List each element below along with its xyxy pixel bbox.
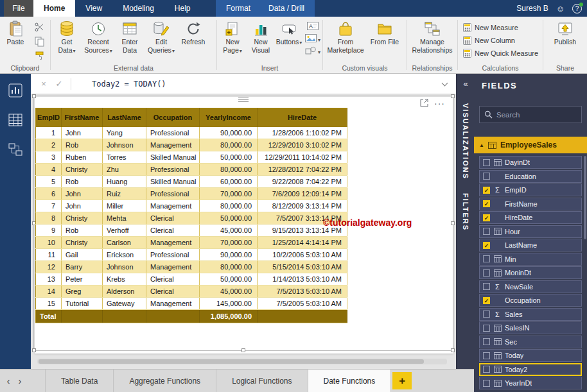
- publish-button[interactable]: Publish: [547, 17, 583, 46]
- horizontal-scrollbar[interactable]: [37, 359, 447, 364]
- report-view-button[interactable]: [6, 81, 24, 99]
- commit-formula-icon[interactable]: ✓: [51, 79, 67, 89]
- tab-modeling[interactable]: Modeling: [112, 0, 164, 17]
- user-name[interactable]: Suresh B: [516, 4, 548, 13]
- field-checkbox[interactable]: ✓: [483, 214, 490, 221]
- field-item-today2[interactable]: Today2: [479, 363, 582, 376]
- page-tab-aggregate-functions[interactable]: Aggregate Functions: [114, 370, 216, 392]
- field-checkbox[interactable]: ✓: [483, 187, 490, 194]
- resize-handle[interactable]: [32, 348, 36, 352]
- paste-button[interactable]: Paste: [1, 17, 30, 46]
- refresh-button[interactable]: Refresh: [178, 17, 209, 46]
- tab-data-drill[interactable]: Data / Drill: [268, 4, 304, 13]
- field-checkbox[interactable]: [483, 269, 490, 277]
- new-page-tab-button[interactable]: +: [392, 372, 412, 389]
- field-item-firstname[interactable]: ✓FirstName: [479, 198, 582, 210]
- image-button[interactable]: [304, 33, 321, 43]
- collapse-triangle-icon[interactable]: ▲: [479, 142, 484, 148]
- field-checkbox[interactable]: [483, 173, 490, 180]
- column-header[interactable]: LastName: [103, 108, 146, 127]
- fields-table-employeesales[interactable]: ▲ EmployeeSales: [474, 137, 587, 153]
- field-checkbox[interactable]: [483, 325, 490, 332]
- model-view-button[interactable]: [6, 141, 24, 158]
- new-quick-measure-button[interactable]: New Quick Measure: [458, 47, 543, 60]
- resize-handle[interactable]: [32, 94, 36, 98]
- prev-page-arrow-icon[interactable]: ‹: [3, 375, 14, 386]
- table-row[interactable]: 12BarryJohnsonManagement80,000.005/15/20…: [36, 261, 347, 273]
- field-checkbox[interactable]: ✓: [483, 200, 490, 207]
- field-item-empid[interactable]: ✓ΣEmpID: [479, 183, 582, 196]
- buttons-button[interactable]: Buttons: [275, 17, 303, 46]
- field-checkbox[interactable]: ✓: [483, 297, 490, 304]
- table-row[interactable]: 4ChristyZhuProfessional80,000.0012/28/20…: [36, 164, 347, 176]
- drag-handle-icon[interactable]: [238, 98, 249, 103]
- tab-help[interactable]: Help: [164, 0, 201, 17]
- scrollbar-thumb[interactable]: [39, 359, 424, 364]
- table-row[interactable]: 11GailEricksonProfessional90,000.0010/2/…: [36, 249, 347, 261]
- table-visual[interactable]: EmpIDFirstNameLastNameOccupationYearlyIn…: [35, 108, 347, 323]
- more-options-icon[interactable]: [434, 100, 445, 107]
- column-header[interactable]: Occupation: [146, 108, 200, 127]
- field-checkbox[interactable]: [483, 366, 490, 373]
- field-item-lastname[interactable]: ✓LastName: [479, 239, 582, 251]
- report-canvas[interactable]: EmpIDFirstNameLastNameOccupationYearlyIn…: [31, 94, 456, 369]
- table-row[interactable]: 15TutorialGatewayManagement145,000.007/5…: [36, 298, 347, 310]
- field-item-yearindt[interactable]: YearInDt: [479, 377, 582, 389]
- field-item-occupation[interactable]: ✓Occupation: [479, 294, 582, 307]
- recent-sources-button[interactable]: Recent Sources: [82, 17, 115, 54]
- field-item-salesin[interactable]: SalesIN: [479, 321, 582, 334]
- table-row[interactable]: 14GregAldersonClerical45,000.007/5/2013 …: [36, 285, 347, 298]
- focus-mode-icon[interactable]: [420, 99, 428, 107]
- new-measure-button[interactable]: New Measure: [458, 21, 543, 34]
- field-item-min[interactable]: Min: [479, 253, 582, 266]
- field-item-dayindt[interactable]: DayinDt: [479, 156, 582, 169]
- table-row[interactable]: 8ChristyMehtaClerical50,000.007/5/2007 3…: [36, 212, 347, 225]
- new-column-button[interactable]: New Column: [458, 34, 543, 47]
- field-item-monindt[interactable]: MoninDt: [479, 266, 582, 279]
- smiley-icon[interactable]: ☺: [556, 4, 565, 13]
- table-row[interactable]: 6JohnRuizProfessional70,000.007/6/2009 1…: [36, 188, 347, 200]
- field-item-today[interactable]: Today: [479, 349, 582, 362]
- field-checkbox[interactable]: [483, 228, 490, 235]
- table-row[interactable]: 1JohnYangProfessional90,000.001/28/2006 …: [36, 127, 347, 139]
- page-tab-date-functions[interactable]: Date Functions: [308, 370, 392, 392]
- field-checkbox[interactable]: [483, 283, 490, 290]
- from-marketplace-button[interactable]: From Marketplace: [324, 17, 367, 54]
- formula-input[interactable]: Today2 = TODAY(): [92, 80, 166, 89]
- resize-handle[interactable]: [241, 348, 245, 352]
- column-header[interactable]: YearlyIncome: [200, 108, 258, 127]
- resize-handle[interactable]: [451, 348, 455, 352]
- next-page-arrow-icon[interactable]: ›: [14, 375, 26, 386]
- cut-button[interactable]: [33, 21, 45, 32]
- field-item-education[interactable]: Education: [479, 170, 582, 183]
- scrollbar-thumb[interactable]: [584, 156, 586, 239]
- from-file-button[interactable]: From File: [367, 17, 403, 46]
- field-item-hour[interactable]: Hour: [479, 225, 582, 238]
- search-box[interactable]: [479, 106, 582, 123]
- collapse-chevron-icon[interactable]: «: [457, 79, 475, 89]
- shapes-button[interactable]: [304, 46, 321, 55]
- data-view-button[interactable]: [6, 111, 24, 129]
- format-painter-button[interactable]: [33, 51, 45, 62]
- file-menu-button[interactable]: File: [4, 0, 33, 17]
- field-checkbox[interactable]: [483, 159, 490, 166]
- enter-data-button[interactable]: Enter Data: [115, 17, 145, 54]
- tab-format[interactable]: Format: [226, 4, 250, 13]
- field-checkbox[interactable]: [483, 380, 490, 387]
- new-visual-button[interactable]: New Visual: [247, 17, 275, 54]
- field-checkbox[interactable]: ✓: [483, 242, 490, 249]
- field-item-hiredate[interactable]: ✓HireDate: [479, 211, 582, 224]
- filters-panel-header[interactable]: FILTERS: [462, 193, 469, 231]
- get-data-button[interactable]: Get Data: [52, 17, 82, 54]
- table-row[interactable]: 10ChristyCarlsonManagement70,000.001/25/…: [36, 237, 347, 249]
- field-checkbox[interactable]: [483, 338, 490, 345]
- text-box-button[interactable]: A: [304, 21, 321, 31]
- table-row[interactable]: 2RobJohnsonManagement80,000.0012/29/2010…: [36, 139, 347, 151]
- tab-view[interactable]: View: [75, 0, 112, 17]
- column-header[interactable]: HireDate: [258, 108, 347, 127]
- field-checkbox[interactable]: [483, 352, 490, 359]
- table-row[interactable]: 3RubenTorresSkilled Manual50,000.0012/29…: [36, 151, 347, 164]
- visualizations-panel-header[interactable]: VISUALIZATIONS: [462, 103, 469, 180]
- expand-formula-chevron-icon[interactable]: [442, 80, 448, 87]
- field-checkbox[interactable]: [483, 311, 490, 318]
